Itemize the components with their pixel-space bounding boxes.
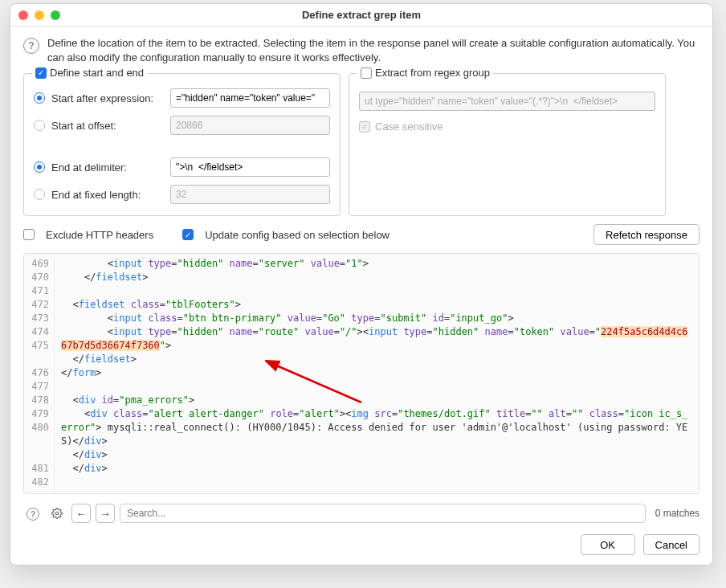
- start-at-offset-input: [170, 116, 330, 135]
- content-area: ? Define the location of the item to be …: [10, 27, 712, 565]
- regex-group-label: Extract from regex group: [375, 67, 490, 79]
- end-at-fixed-length-row[interactable]: End at fixed length:: [34, 185, 330, 204]
- config-panels: ✓ Define start and end Start after expre…: [23, 73, 699, 216]
- start-at-offset-row[interactable]: Start at offset:: [34, 116, 330, 135]
- window-title: Define extract grep item: [10, 9, 712, 21]
- description-row: ? Define the location of the item to be …: [23, 36, 699, 65]
- update-config-label: Update config based on selection below: [205, 229, 390, 241]
- exclude-http-headers-checkbox[interactable]: [23, 229, 35, 240]
- end-at-delimiter-label: End at delimiter:: [51, 161, 164, 174]
- case-sensitive-row: ✓ Case sensitive: [359, 120, 655, 133]
- search-input[interactable]: [120, 504, 646, 523]
- line-number-gutter: 469470471472473474475 476477478479480 48…: [24, 254, 55, 493]
- response-panel[interactable]: 469470471472473474475 476477478479480 48…: [23, 253, 699, 494]
- ok-button[interactable]: OK: [581, 534, 635, 555]
- search-next-button[interactable]: →: [96, 504, 115, 523]
- search-matches-count: 0 matches: [655, 508, 699, 519]
- regex-group-header[interactable]: Extract from regex group: [357, 67, 493, 79]
- define-start-end-panel: ✓ Define start and end Start after expre…: [23, 73, 341, 216]
- end-at-delimiter-input[interactable]: [170, 157, 330, 177]
- end-at-fixed-length-input: [170, 185, 330, 204]
- cancel-button[interactable]: Cancel: [643, 534, 699, 555]
- regex-group-checkbox[interactable]: [361, 67, 372, 79]
- gear-icon[interactable]: [47, 504, 67, 523]
- options-row: Exclude HTTP headers ✓ Update config bas…: [23, 224, 699, 245]
- start-at-offset-radio[interactable]: [34, 120, 45, 131]
- end-at-fixed-length-radio[interactable]: [34, 189, 45, 200]
- end-at-delimiter-radio[interactable]: [34, 161, 45, 173]
- code-area[interactable]: <input type="hidden" name="server" value…: [55, 254, 699, 493]
- svg-point-1: [55, 512, 59, 515]
- dialog-window: Define extract grep item ? Define the lo…: [10, 3, 713, 566]
- refetch-response-button[interactable]: Refetch response: [593, 224, 699, 245]
- start-after-expression-input[interactable]: [170, 88, 330, 108]
- end-at-delimiter-row[interactable]: End at delimiter:: [34, 157, 330, 177]
- end-at-fixed-length-label: End at fixed length:: [51, 189, 164, 201]
- define-start-end-header[interactable]: ✓ Define start and end: [32, 67, 147, 79]
- update-config-checkbox[interactable]: ✓: [182, 229, 194, 240]
- start-after-expression-radio[interactable]: [34, 92, 45, 104]
- exclude-http-headers-label: Exclude HTTP headers: [46, 229, 153, 241]
- regex-input: [359, 92, 655, 111]
- define-start-end-checkbox[interactable]: ✓: [35, 67, 47, 79]
- regex-group-panel: Extract from regex group ✓ Case sensitiv…: [349, 73, 666, 216]
- start-after-expression-label: Start after expression:: [51, 92, 164, 104]
- help-icon[interactable]: ?: [23, 38, 39, 54]
- titlebar: Define extract grep item: [10, 4, 712, 27]
- start-after-expression-row[interactable]: Start after expression:: [34, 88, 330, 108]
- help-icon-small[interactable]: ?: [23, 504, 43, 523]
- search-prev-button[interactable]: ←: [71, 504, 91, 523]
- start-at-offset-label: Start at offset:: [51, 120, 164, 132]
- search-row: ? ← → 0 matches: [23, 504, 699, 523]
- case-sensitive-label: Case sensitive: [375, 120, 443, 133]
- description-text: Define the location of the item to be ex…: [47, 36, 699, 65]
- define-start-end-label: Define start and end: [50, 67, 144, 79]
- case-sensitive-checkbox: ✓: [359, 121, 370, 133]
- dialog-footer: OK Cancel: [23, 531, 699, 555]
